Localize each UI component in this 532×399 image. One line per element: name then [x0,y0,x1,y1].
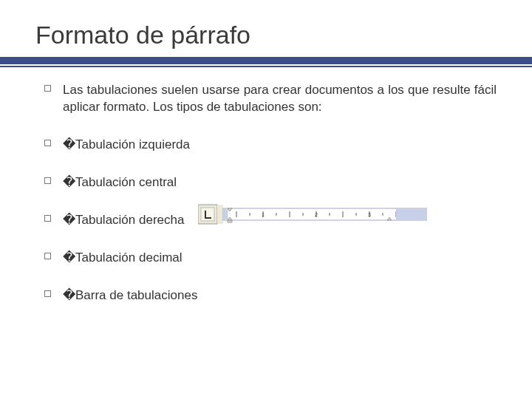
svg-rect-4 [224,209,228,220]
square-bullet-icon [44,215,51,222]
rule-thick [0,57,532,64]
square-bullet-icon [44,140,51,146]
tab-center-label: �Tabulación central [63,174,497,191]
svg-rect-24 [228,220,232,222]
svg-rect-1 [201,208,214,221]
tab-left-label: �Tabulación izquierda [63,137,497,154]
list-item: �Tabulación central [44,174,497,191]
list-item: �Barra de tabulaciones [44,287,497,304]
list-item: Las tabulaciones suelen usarse para crea… [44,82,497,116]
slide: Formato de párrafo Las tabulaciones suel… [0,0,532,399]
ruler-image: 1 2 3 [198,204,427,225]
tab-bar-label: �Barra de tabulaciones [63,287,497,304]
square-bullet-icon [44,85,51,92]
svg-rect-2 [217,205,223,224]
title-rule [0,57,532,67]
svg-text:2: 2 [315,212,318,217]
square-bullet-icon [44,177,51,184]
svg-text:3: 3 [368,212,371,217]
intro-text: Las tabulaciones suelen usarse para crea… [63,82,497,116]
list-item: �Tabulación izquierda [44,137,497,154]
content-list: Las tabulaciones suelen usarse para crea… [35,82,497,304]
square-bullet-icon [44,253,51,259]
list-item: �Tabulación decimal [44,250,497,267]
svg-rect-26 [396,209,427,220]
rule-thin [0,66,532,67]
svg-text:1: 1 [262,212,265,217]
square-bullet-icon [44,290,51,297]
tab-decimal-label: �Tabulación decimal [63,250,497,267]
ruler-icon: 1 2 3 [198,204,427,225]
page-title: Formato de párrafo [35,21,497,50]
